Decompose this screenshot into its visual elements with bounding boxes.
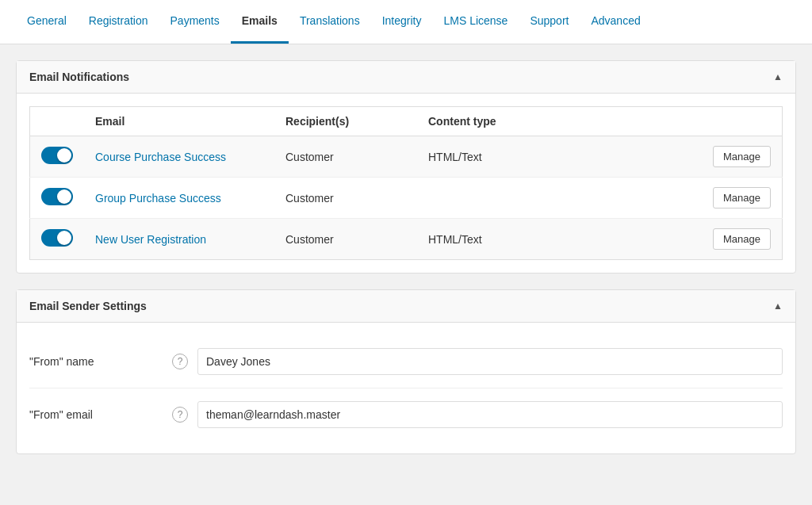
nav-item-lms-license[interactable]: LMS License: [432, 0, 519, 44]
toggle-switch-1[interactable]: [41, 188, 73, 205]
toggle-cell: [30, 219, 85, 260]
toggle-cell: [30, 136, 85, 178]
table-header-recipients: Recipient(s): [274, 107, 417, 136]
table-header-action: [560, 107, 783, 136]
table-header-content-type: Content type: [417, 107, 560, 136]
email-notifications-title: Email Notifications: [29, 71, 129, 83]
toggle-switch-0[interactable]: [41, 147, 73, 164]
toggle-switch-2[interactable]: [41, 229, 73, 247]
form-row-from-email: "From" email ?: [29, 388, 783, 441]
help-icon-from-name[interactable]: ?: [172, 354, 188, 369]
nav-item-payments[interactable]: Payments: [159, 0, 231, 44]
action-cell: Manage: [560, 219, 783, 260]
toggle-track: [41, 229, 73, 247]
email-label-cell: Course Purchase Success: [84, 136, 274, 178]
table-row: Course Purchase SuccessCustomerHTML/Text…: [30, 136, 783, 178]
email-label-cell: Group Purchase Success: [84, 178, 274, 219]
email-notifications-header[interactable]: Email Notifications ▲: [17, 61, 795, 94]
form-label-from-name: "From" name: [29, 355, 172, 368]
recipient-cell: Customer: [274, 136, 417, 178]
form-input-from-name[interactable]: [197, 348, 783, 375]
nav-item-general[interactable]: General: [16, 0, 78, 44]
content-type-cell: HTML/Text: [417, 136, 560, 178]
content-type-cell: [417, 178, 560, 219]
toggle-track: [41, 188, 73, 205]
email-notifications-body: Email Recipient(s) Content type Course P…: [17, 94, 795, 273]
top-navigation: General Registration Payments Emails Tra…: [0, 0, 812, 44]
help-icon-from-email[interactable]: ?: [172, 407, 188, 423]
email-link-0[interactable]: Course Purchase Success: [95, 151, 226, 163]
email-sender-settings-body: "From" name ? "From" email ?: [17, 323, 795, 453]
action-cell: Manage: [560, 136, 783, 178]
collapse-icon[interactable]: ▲: [773, 71, 783, 82]
main-content: Email Notifications ▲ Email Recipient(s)…: [0, 44, 812, 486]
email-label-cell: New User Registration: [84, 219, 274, 260]
toggle-cell: [30, 178, 85, 219]
form-input-from-email[interactable]: [197, 401, 783, 428]
content-type-cell: HTML/Text: [417, 219, 560, 260]
sender-collapse-icon[interactable]: ▲: [773, 300, 783, 312]
email-sender-settings-header[interactable]: Email Sender Settings ▲: [17, 290, 795, 323]
email-notifications-panel: Email Notifications ▲ Email Recipient(s)…: [16, 60, 796, 274]
nav-item-integrity[interactable]: Integrity: [371, 0, 433, 44]
toggle-thumb: [57, 231, 71, 245]
table-header-toggle: [30, 107, 85, 136]
recipient-cell: Customer: [274, 178, 417, 219]
manage-button-1[interactable]: Manage: [713, 187, 771, 209]
email-sender-settings-title: Email Sender Settings: [29, 300, 147, 312]
table-header-email: Email: [84, 107, 274, 136]
table-row: New User RegistrationCustomerHTML/TextMa…: [30, 219, 783, 260]
nav-item-emails[interactable]: Emails: [231, 0, 289, 44]
form-row-from-name: "From" name ?: [29, 335, 783, 388]
manage-button-2[interactable]: Manage: [713, 228, 771, 250]
manage-button-0[interactable]: Manage: [713, 146, 771, 167]
recipient-cell: Customer: [274, 219, 417, 260]
action-cell: Manage: [560, 178, 783, 219]
toggle-thumb: [57, 189, 71, 204]
form-label-from-email: "From" email: [29, 408, 172, 421]
nav-item-support[interactable]: Support: [519, 0, 580, 44]
nav-item-registration[interactable]: Registration: [78, 0, 159, 44]
email-notifications-table: Email Recipient(s) Content type Course P…: [29, 106, 783, 260]
email-link-2[interactable]: New User Registration: [95, 233, 206, 246]
nav-item-translations[interactable]: Translations: [289, 0, 371, 44]
email-link-1[interactable]: Group Purchase Success: [95, 192, 221, 205]
email-sender-settings-panel: Email Sender Settings ▲ "From" name ? "F…: [16, 289, 796, 454]
table-row: Group Purchase SuccessCustomerManage: [30, 178, 783, 219]
toggle-track: [41, 147, 73, 164]
nav-item-advanced[interactable]: Advanced: [580, 0, 651, 44]
toggle-thumb: [57, 148, 71, 163]
